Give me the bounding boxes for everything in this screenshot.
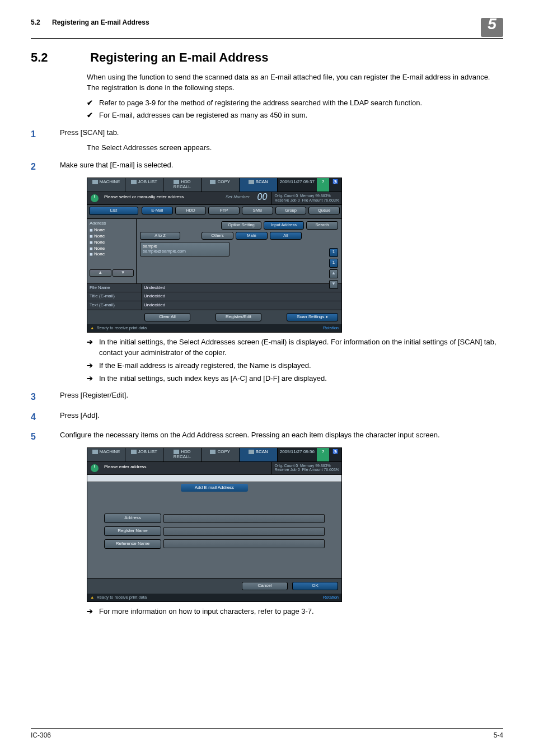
scroll-down-button[interactable]: ▼ (329, 280, 338, 289)
step-number: 1 (31, 128, 60, 141)
warning-icon: ▲ (90, 326, 94, 330)
machine-icon (92, 450, 98, 454)
accessibility-icon[interactable]: ♿ (329, 178, 341, 192)
warning-icon: ▲ (90, 595, 94, 600)
addr-slot: None (90, 234, 134, 239)
printer-status: Ready to receive print data (96, 326, 147, 330)
info-icon: i (91, 194, 99, 202)
address-field-button[interactable]: Address (104, 514, 161, 523)
datetime: 2009/11/27 09:56 (278, 448, 317, 461)
step-number: 3 (31, 390, 60, 403)
cancel-button[interactable]: Cancel (242, 582, 288, 590)
step-number: 2 (31, 160, 60, 173)
set-number-value: 00 (253, 192, 272, 204)
index-all[interactable]: All (270, 232, 302, 240)
register-name-button[interactable]: Register Name (104, 526, 161, 536)
address-field-value[interactable] (163, 514, 325, 523)
cat-queue[interactable]: Queue (308, 207, 340, 214)
accessibility-icon[interactable]: ♿ (329, 448, 341, 461)
note-item: In the initial settings, such index keys… (87, 374, 503, 384)
tab-joblist[interactable]: JOB LIST (125, 448, 163, 461)
machine-icon (92, 180, 98, 184)
scan-icon (249, 180, 254, 184)
tab-joblist[interactable]: JOB LIST (125, 178, 163, 192)
clear-all-button[interactable]: Clear All (144, 313, 190, 321)
addr-slot: None (90, 228, 134, 233)
addr-slot: None (90, 246, 134, 251)
reference-name-value[interactable] (163, 539, 325, 548)
help-icon[interactable]: ? (317, 448, 329, 461)
register-name-value[interactable] (163, 527, 325, 536)
index-main[interactable]: Main (236, 232, 268, 240)
cat-email[interactable]: E-Mail (142, 207, 173, 214)
list-icon (131, 450, 137, 454)
screenshot-select-addresses: MACHINE JOB LIST HDD RECALL COPY SCAN 20… (87, 178, 342, 332)
cat-smb[interactable]: SMB (242, 207, 273, 214)
tab-scan[interactable]: SCAN (240, 448, 278, 461)
option-setting-button[interactable]: Option Setting (221, 221, 261, 229)
scan-icon (249, 450, 254, 454)
step-text: Make sure that [E-mail] is selected. (60, 160, 503, 171)
text-email-label[interactable]: Text (E-mail) (87, 301, 142, 310)
scroll-up-button[interactable]: ▲ (329, 269, 338, 278)
address-label: Address (90, 221, 134, 226)
step-number: 4 (31, 410, 60, 423)
tab-machine[interactable]: MACHINE (87, 448, 125, 461)
title-email-label[interactable]: Title (E-mail) (87, 292, 142, 301)
cat-ftp[interactable]: FTP (208, 207, 240, 214)
addr-slot: None (90, 252, 134, 257)
info-icon: i (91, 464, 99, 472)
addr-slot: None (90, 240, 134, 245)
hdd-icon (174, 180, 179, 184)
check-item: For E-mail, addresses can be registered … (87, 110, 503, 121)
copy-icon (210, 180, 216, 184)
note-item: If the E-mail address is already registe… (87, 361, 503, 371)
page-first-button[interactable]: 1 (329, 248, 338, 257)
tab-copy[interactable]: COPY (202, 448, 240, 461)
rotation-indicator: Rotation (323, 326, 339, 330)
header-section-title: Registering an E-mail Address (52, 18, 149, 26)
tab-copy[interactable]: COPY (202, 178, 240, 192)
title-text: Registering an E-mail Address (90, 50, 268, 64)
page-last-button[interactable]: 1 (329, 259, 338, 268)
filename-label[interactable]: File Name (87, 284, 142, 292)
set-number-label: Set Number (222, 192, 253, 204)
note-item: In the initial settings, the Select Addr… (87, 337, 503, 358)
message-text: Please enter address (102, 462, 271, 474)
list-icon (131, 180, 137, 184)
address-card-email: sample@sample.com (143, 249, 227, 254)
register-edit-button[interactable]: Register/Edit (216, 313, 261, 321)
check-item: Refer to page 3-9 for the method of regi… (87, 98, 503, 109)
footer-right: 5-4 (494, 731, 503, 740)
index-atoz[interactable]: A to Z (140, 232, 180, 240)
step-number: 5 (31, 430, 60, 443)
ok-button[interactable]: OK (292, 582, 338, 590)
cat-group[interactable]: Group (275, 207, 307, 214)
scan-settings-button[interactable]: Scan Settings ▸ (287, 313, 338, 321)
header-section-number: 5.2 (31, 18, 40, 26)
message-text: Please select or manually enter address (102, 192, 222, 204)
tab-machine[interactable]: MACHINE (87, 178, 125, 192)
help-icon[interactable]: ? (317, 178, 329, 192)
printer-status: Ready to receive print data (96, 595, 147, 600)
search-button[interactable]: Search (306, 221, 338, 229)
intro-paragraph: When using the function to send the scan… (87, 72, 503, 94)
reference-name-button[interactable]: Reference Name (104, 539, 161, 549)
tab-hdd-recall[interactable]: HDD RECALL (163, 448, 202, 461)
list-button[interactable]: List (89, 207, 138, 215)
note-item: For more information on how to input cha… (87, 606, 503, 617)
step-text: Press [Register/Edit]. (60, 390, 503, 401)
address-card[interactable]: sample sample@sample.com (140, 242, 229, 256)
hdd-icon (174, 450, 179, 454)
scroll-up-button[interactable]: ▲ (90, 269, 111, 277)
step-subtext: The Select Addresses screen appears. (87, 143, 503, 153)
tab-scan[interactable]: SCAN (240, 178, 278, 192)
rotation-indicator: Rotation (323, 595, 339, 600)
input-address-button[interactable]: Input Address (264, 221, 304, 229)
scroll-down-button[interactable]: ▼ (113, 269, 134, 277)
cat-hdd[interactable]: HDD (175, 207, 207, 214)
chapter-badge: 5 (481, 18, 503, 37)
index-others[interactable]: Others (202, 232, 233, 240)
screenshot-add-address: MACHINE JOB LIST HDD RECALL COPY SCAN 20… (87, 447, 342, 602)
tab-hdd-recall[interactable]: HDD RECALL (163, 178, 202, 192)
